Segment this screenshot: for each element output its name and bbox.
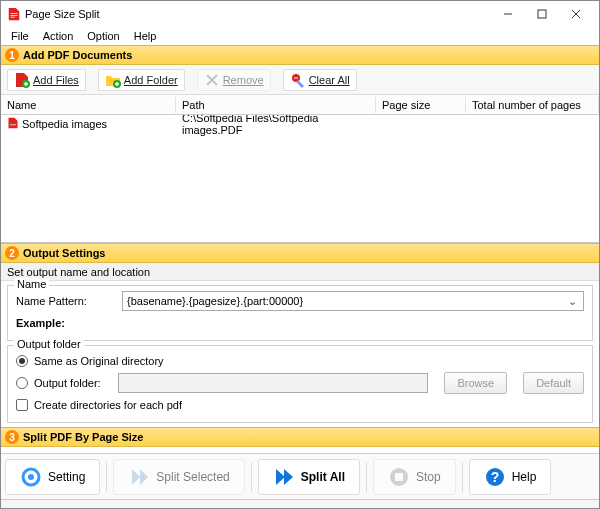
play-icon	[128, 466, 150, 488]
stop-icon	[388, 466, 410, 488]
folder-add-icon	[105, 72, 121, 88]
split-selected-label: Split Selected	[156, 470, 229, 484]
split-all-label: Split All	[301, 470, 345, 484]
section-split-title: Split PDF By Page Size	[23, 431, 143, 443]
section-number-icon: 3	[5, 430, 19, 444]
add-folder-label: Add Folder	[124, 74, 178, 86]
section-number-icon: 2	[5, 246, 19, 260]
clear-all-button[interactable]: Clear All	[283, 69, 357, 91]
col-path[interactable]: Path	[176, 97, 376, 113]
section-split-header: 3 Split PDF By Page Size	[1, 427, 599, 447]
add-files-button[interactable]: Add Files	[7, 69, 86, 91]
maximize-button[interactable]	[525, 3, 559, 25]
menu-help[interactable]: Help	[128, 29, 163, 43]
remove-icon	[204, 72, 220, 88]
browse-button[interactable]: Browse	[444, 372, 507, 394]
section-add-title: Add PDF Documents	[23, 49, 132, 61]
split-selected-button[interactable]: Split Selected	[113, 459, 244, 495]
status-bar	[1, 499, 599, 509]
radio-same-dir[interactable]	[16, 355, 28, 367]
file-list[interactable]: Softpedia images C:\Softpedia Files\Soft…	[1, 115, 599, 243]
output-folder-input[interactable]	[118, 373, 428, 393]
row-name: Softpedia images	[22, 118, 107, 130]
titlebar: Page Size Split	[1, 1, 599, 27]
output-folder-fieldset: Output folder Same as Original directory…	[7, 345, 593, 423]
minimize-button[interactable]	[491, 3, 525, 25]
checkbox-create-dirs[interactable]	[16, 399, 28, 411]
svg-rect-0	[538, 10, 546, 18]
section-output-header: 2 Output Settings	[1, 243, 599, 263]
stop-button[interactable]: Stop	[373, 459, 456, 495]
pattern-value: {basename}.{pagesize}.{part:00000}	[127, 295, 303, 307]
menu-action[interactable]: Action	[37, 29, 80, 43]
name-legend: Name	[14, 278, 49, 290]
close-button[interactable]	[559, 3, 593, 25]
col-totalpages[interactable]: Total number of pages	[466, 97, 599, 113]
default-button[interactable]: Default	[523, 372, 584, 394]
output-folder-label[interactable]: Output folder:	[34, 377, 112, 389]
play-all-icon	[273, 466, 295, 488]
pattern-label: Name Pattern:	[16, 295, 116, 307]
pdf-add-icon	[14, 72, 30, 88]
same-dir-label[interactable]: Same as Original directory	[34, 355, 164, 367]
setting-label: Setting	[48, 470, 85, 484]
menu-file[interactable]: File	[5, 29, 35, 43]
file-table-header: Name Path Page size Total number of page…	[1, 95, 599, 115]
section-output-title: Output Settings	[23, 247, 106, 259]
svg-text:?: ?	[490, 469, 499, 485]
radio-output-folder[interactable]	[16, 377, 28, 389]
app-icon	[7, 7, 21, 21]
add-folder-button[interactable]: Add Folder	[98, 69, 185, 91]
section-number-icon: 1	[5, 48, 19, 62]
add-files-label: Add Files	[33, 74, 79, 86]
svg-point-5	[28, 474, 34, 480]
section-add-header: 1 Add PDF Documents	[1, 45, 599, 65]
split-all-button[interactable]: Split All	[258, 459, 360, 495]
pdf-file-icon	[7, 117, 19, 131]
menubar: File Action Option Help	[1, 27, 599, 45]
remove-button[interactable]: Remove	[197, 69, 271, 91]
setting-button[interactable]: Setting	[5, 459, 100, 495]
table-row[interactable]: Softpedia images C:\Softpedia Files\Soft…	[1, 115, 599, 133]
example-label: Example:	[16, 317, 116, 329]
output-subtitle: Set output name and location	[1, 263, 599, 281]
help-icon: ?	[484, 466, 506, 488]
name-fieldset: Name Name Pattern: {basename}.{pagesize}…	[7, 285, 593, 341]
menu-option[interactable]: Option	[81, 29, 125, 43]
row-path: C:\Softpedia Files\Softpedia images.PDF	[182, 115, 370, 136]
help-button[interactable]: ? Help	[469, 459, 552, 495]
clear-all-label: Clear All	[309, 74, 350, 86]
create-dirs-label[interactable]: Create directories for each pdf	[34, 399, 182, 411]
window-title: Page Size Split	[25, 8, 491, 20]
svg-rect-7	[395, 473, 403, 481]
help-label: Help	[512, 470, 537, 484]
folder-legend: Output folder	[14, 338, 84, 350]
col-pagesize[interactable]: Page size	[376, 97, 466, 113]
name-pattern-select[interactable]: {basename}.{pagesize}.{part:00000} ⌄	[122, 291, 584, 311]
col-name[interactable]: Name	[1, 97, 176, 113]
stop-label: Stop	[416, 470, 441, 484]
gear-icon	[20, 466, 42, 488]
remove-label: Remove	[223, 74, 264, 86]
action-bar: Setting Split Selected Split All Stop ? …	[1, 453, 599, 499]
add-toolbar: Add Files Add Folder Remove Clear All	[1, 65, 599, 95]
clear-icon	[290, 72, 306, 88]
chevron-down-icon: ⌄	[565, 295, 579, 308]
